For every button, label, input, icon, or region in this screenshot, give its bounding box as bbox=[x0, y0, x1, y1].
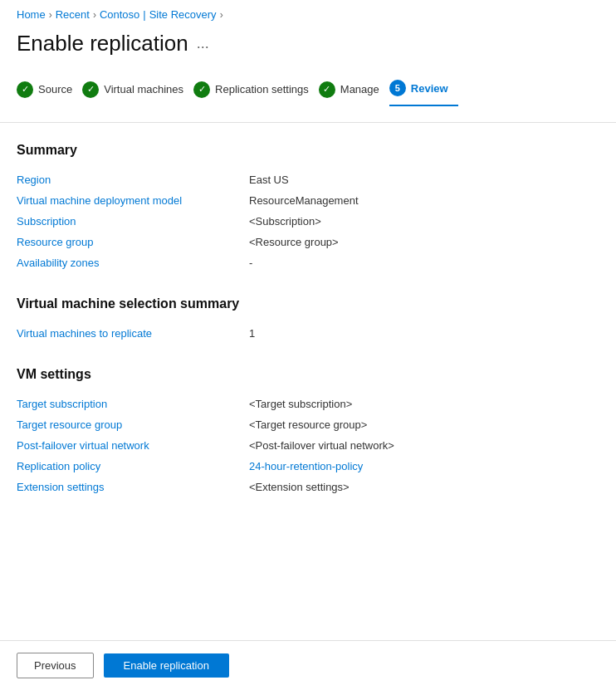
summary-row-resource-group: Resource group <Resource group> bbox=[17, 232, 599, 252]
page-title: Enable replication bbox=[17, 31, 188, 56]
vm-settings-value-target-sub: <Target subscription> bbox=[249, 398, 352, 410]
summary-value-deployment: ResourceManagement bbox=[249, 194, 359, 207]
page-options-dots[interactable]: ... bbox=[197, 35, 209, 52]
vm-settings-row-extension: Extension settings <Extension settings> bbox=[17, 477, 599, 497]
previous-button[interactable]: Previous bbox=[17, 653, 94, 678]
step-virtual-machines[interactable]: ✓ Virtual machines bbox=[82, 75, 193, 105]
breadcrumb-site-recovery[interactable]: Site Recovery bbox=[149, 8, 217, 21]
summary-section-title: Summary bbox=[17, 143, 599, 158]
wizard-steps: ✓ Source ✓ Virtual machines ✓ Replicatio… bbox=[0, 73, 616, 123]
summary-value-resource-group: <Resource group> bbox=[249, 236, 339, 248]
step-review[interactable]: 5 Review bbox=[389, 73, 458, 106]
vm-settings-row-policy: Replication policy 24-hour-retention-pol… bbox=[17, 456, 599, 477]
step-manage-label: Manage bbox=[340, 83, 379, 95]
step-source-check-icon: ✓ bbox=[17, 81, 33, 98]
vm-settings-label-policy: Replication policy bbox=[17, 460, 249, 472]
step-source-label: Source bbox=[38, 83, 72, 95]
vm-settings-label-extension: Extension settings bbox=[17, 481, 249, 493]
step-replication-settings[interactable]: ✓ Replication settings bbox=[193, 75, 319, 105]
summary-value-subscription: <Subscription> bbox=[249, 215, 321, 228]
step-vm-label: Virtual machines bbox=[104, 83, 183, 95]
breadcrumb: Home › Recent › Contoso | Site Recovery … bbox=[0, 0, 616, 26]
step-review-num-icon: 5 bbox=[389, 80, 406, 96]
breadcrumb-contoso[interactable]: Contoso bbox=[100, 8, 139, 21]
vm-selection-value: 1 bbox=[249, 327, 255, 340]
page-title-row: Enable replication ... bbox=[0, 26, 616, 73]
summary-value-region: East US bbox=[249, 174, 289, 186]
main-content: Summary Region East US Virtual machine d… bbox=[0, 123, 616, 604]
vm-settings-row-vnet: Post-failover virtual network <Post-fail… bbox=[17, 435, 599, 456]
summary-label-subscription: Subscription bbox=[17, 215, 249, 228]
breadcrumb-recent[interactable]: Recent bbox=[56, 8, 90, 21]
vm-settings-label-target-rg: Target resource group bbox=[17, 418, 249, 431]
vm-settings-value-extension: <Extension settings> bbox=[249, 481, 350, 493]
step-source[interactable]: ✓ Source bbox=[17, 75, 82, 105]
vm-selection-table: Virtual machines to replicate 1 bbox=[17, 323, 599, 344]
vm-settings-label-vnet: Post-failover virtual network bbox=[17, 439, 249, 452]
step-review-label: Review bbox=[411, 82, 448, 95]
vm-settings-table: Target subscription <Target subscription… bbox=[17, 394, 599, 497]
breadcrumb-sep-2: › bbox=[93, 9, 96, 21]
summary-label-deployment: Virtual machine deployment model bbox=[17, 194, 249, 207]
summary-label-resource-group: Resource group bbox=[17, 236, 249, 248]
breadcrumb-pipe: | bbox=[143, 8, 145, 21]
step-manage-check-icon: ✓ bbox=[319, 81, 335, 98]
step-vm-check-icon: ✓ bbox=[82, 81, 99, 98]
summary-table: Region East US Virtual machine deploymen… bbox=[17, 169, 599, 273]
step-manage[interactable]: ✓ Manage bbox=[319, 75, 389, 105]
summary-row-subscription: Subscription <Subscription> bbox=[17, 211, 599, 232]
summary-row-deployment: Virtual machine deployment model Resourc… bbox=[17, 190, 599, 211]
footer: Previous Enable replication bbox=[0, 640, 616, 690]
vm-selection-label: Virtual machines to replicate bbox=[17, 327, 249, 340]
summary-row-region: Region East US bbox=[17, 169, 599, 190]
vm-settings-section-title: VM settings bbox=[17, 367, 599, 382]
step-rep-label: Replication settings bbox=[215, 83, 309, 95]
step-rep-check-icon: ✓ bbox=[193, 81, 210, 98]
vm-selection-row: Virtual machines to replicate 1 bbox=[17, 323, 599, 344]
breadcrumb-home[interactable]: Home bbox=[17, 8, 46, 21]
vm-settings-value-vnet: <Post-failover virtual network> bbox=[249, 439, 394, 452]
vm-settings-row-target-rg: Target resource group <Target resource g… bbox=[17, 414, 599, 435]
vm-settings-value-policy[interactable]: 24-hour-retention-policy bbox=[249, 460, 363, 472]
vm-settings-row-target-sub: Target subscription <Target subscription… bbox=[17, 394, 599, 414]
summary-label-region: Region bbox=[17, 174, 249, 186]
summary-label-availability: Availability zones bbox=[17, 257, 249, 269]
breadcrumb-sep-1: › bbox=[49, 9, 52, 21]
vm-settings-label-target-sub: Target subscription bbox=[17, 398, 249, 410]
vm-selection-section-title: Virtual machine selection summary bbox=[17, 296, 599, 311]
enable-replication-button[interactable]: Enable replication bbox=[104, 653, 229, 678]
vm-settings-value-target-rg: <Target resource group> bbox=[249, 418, 367, 431]
breadcrumb-sep-3: › bbox=[220, 9, 223, 21]
summary-value-availability: - bbox=[249, 257, 252, 269]
summary-row-availability: Availability zones - bbox=[17, 252, 599, 273]
